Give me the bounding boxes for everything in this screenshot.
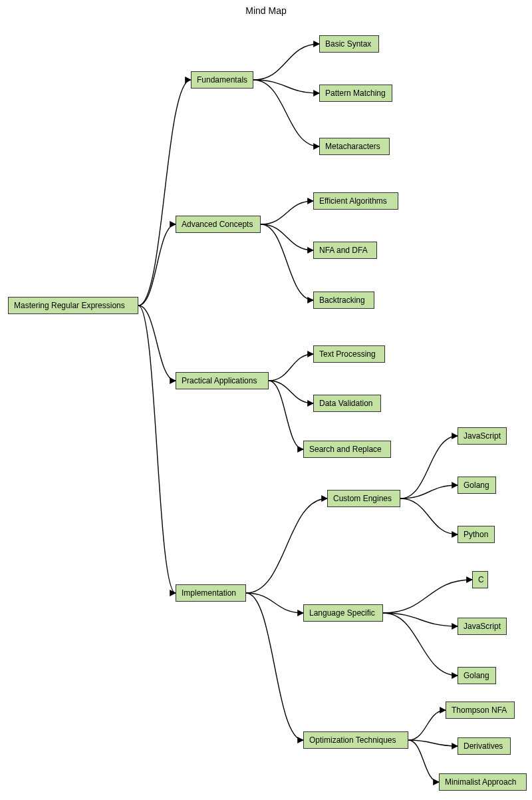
node-minim: Minimalist Approach bbox=[439, 773, 527, 791]
node-prac: Practical Applications bbox=[176, 372, 269, 389]
edge-lspec-go2 bbox=[383, 613, 458, 676]
edge-adv-ealg bbox=[261, 201, 313, 224]
edge-fund-meta bbox=[253, 80, 319, 146]
edge-ceng-go1 bbox=[400, 485, 458, 499]
node-srep: Search and Replace bbox=[303, 441, 391, 458]
node-py: Python bbox=[458, 526, 495, 543]
edge-fund-pmat bbox=[253, 80, 319, 93]
node-go2: Golang bbox=[458, 667, 496, 684]
node-lspec: Language Specific bbox=[303, 604, 383, 622]
edge-prac-srep bbox=[269, 381, 303, 449]
node-dval: Data Validation bbox=[313, 395, 381, 412]
edge-root-fund bbox=[138, 80, 191, 305]
node-back: Backtracking bbox=[313, 292, 374, 309]
edge-root-impl bbox=[138, 305, 176, 593]
node-c: C bbox=[472, 571, 488, 588]
node-tnfa: Thompson NFA bbox=[446, 701, 515, 719]
node-optt: Optimization Techniques bbox=[303, 731, 408, 749]
edge-ceng-py bbox=[400, 499, 458, 534]
diagram-title: Mind Map bbox=[0, 5, 532, 16]
node-pmat: Pattern Matching bbox=[319, 85, 392, 102]
node-meta: Metacharacters bbox=[319, 138, 390, 155]
edge-prac-tproc bbox=[269, 354, 313, 381]
edge-lspec-js2 bbox=[383, 613, 458, 626]
edge-adv-ndfa bbox=[261, 224, 313, 250]
edge-impl-lspec bbox=[246, 593, 303, 613]
node-fund: Fundamentals bbox=[191, 71, 253, 89]
node-ceng: Custom Engines bbox=[327, 490, 400, 507]
node-js2: JavaScript bbox=[458, 618, 507, 635]
node-js1: JavaScript bbox=[458, 427, 507, 445]
edge-optt-minim bbox=[408, 740, 439, 782]
node-adv: Advanced Concepts bbox=[176, 216, 261, 233]
node-ndfa: NFA and DFA bbox=[313, 242, 377, 259]
node-tproc: Text Processing bbox=[313, 345, 385, 363]
edge-ceng-js1 bbox=[400, 436, 458, 499]
edge-root-adv bbox=[138, 224, 176, 305]
edge-impl-ceng bbox=[246, 499, 327, 593]
edge-impl-optt bbox=[246, 593, 303, 740]
edge-optt-deriv bbox=[408, 740, 458, 746]
node-bsyn: Basic Syntax bbox=[319, 35, 379, 53]
node-go1: Golang bbox=[458, 477, 496, 494]
edges-layer bbox=[0, 0, 532, 800]
node-ealg: Efficient Algorithms bbox=[313, 192, 398, 210]
edge-lspec-c bbox=[383, 580, 472, 613]
edge-optt-tnfa bbox=[408, 710, 446, 740]
edge-adv-back bbox=[261, 224, 313, 300]
edge-prac-dval bbox=[269, 381, 313, 403]
node-root: Mastering Regular Expressions bbox=[8, 297, 138, 314]
node-impl: Implementation bbox=[176, 584, 246, 602]
edge-root-prac bbox=[138, 305, 176, 381]
edge-fund-bsyn bbox=[253, 44, 319, 80]
node-deriv: Derivatives bbox=[458, 737, 511, 755]
